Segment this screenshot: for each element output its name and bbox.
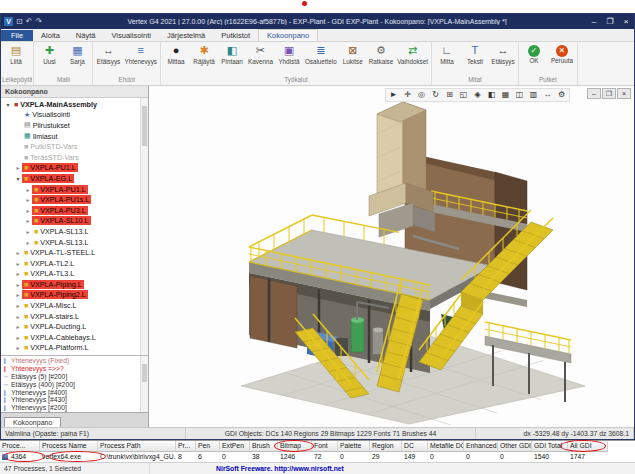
expand-arrow-icon[interactable]: ▸ [14, 302, 22, 309]
ribbon-button[interactable]: ↔Etäisyys [94, 43, 122, 76]
shade-icon[interactable]: ◧ [485, 89, 498, 101]
ribbon-button[interactable]: ⇄Vaihdokset [395, 43, 430, 76]
tree-item[interactable]: ▾ ■VXPLA-MainAssembly [1, 99, 139, 110]
constraint-item[interactable]: ∥ Yhtenevyys [#200] [3, 404, 139, 412]
expand-arrow-icon[interactable]: ▸ [24, 228, 32, 235]
expand-arrow-icon[interactable]: ▾ [14, 175, 22, 182]
tree-item[interactable]: ▸ ■VXPLA-stairs.L [1, 311, 139, 322]
tree-item[interactable]: ▸ ■VXPLA-Ducting.L [1, 321, 139, 332]
tree-item[interactable]: ▸ ■VXPLA-Platform.L [1, 343, 139, 354]
undo-icon[interactable]: ↶ [26, 15, 33, 28]
front-view-icon[interactable]: ◱ [457, 89, 470, 101]
expand-arrow-icon[interactable]: ▸ [14, 344, 22, 351]
column-header[interactable]: All GDI [568, 441, 608, 452]
constraint-item[interactable]: ∥ Yhtenevyys [#430] [3, 396, 139, 404]
column-header[interactable]: Metafile DC [428, 441, 464, 452]
fit-icon[interactable]: ⊞ [443, 89, 456, 101]
ribbon-button[interactable]: ✱Räjäytä [190, 43, 218, 76]
tree-item[interactable]: ▸ ■VXPLA-Piping2.L [1, 290, 139, 301]
tree-item[interactable]: ▸ ■VXPLA-SL13.L [1, 226, 139, 237]
column-header[interactable]: Brush [250, 441, 278, 452]
ribbon-tab[interactable]: Kokoonpano [258, 29, 318, 41]
panel-tab-kokoonpano[interactable]: Kokoonpano [4, 417, 61, 427]
rotate-icon[interactable]: ↻ [429, 89, 442, 101]
redo-icon[interactable]: ↷ [35, 15, 42, 28]
ribbon-tab[interactable]: Näytä [68, 30, 104, 41]
ribbon-button[interactable]: TTeksti [461, 43, 489, 76]
ribbon-tab[interactable]: Järjestelmä [159, 30, 213, 41]
tree-item[interactable]: ▸ ■VXPLA-TL2.L [1, 258, 139, 269]
column-header[interactable]: Pen [196, 441, 220, 452]
ribbon-button[interactable]: ⚙Ratkaise [367, 43, 396, 76]
ribbon-button[interactable]: ∟Mitta [433, 43, 461, 76]
tree-item[interactable]: ▸ ■VXPLA-SL13.L [1, 237, 139, 248]
iso-view-icon[interactable]: ◈ [471, 89, 484, 101]
expand-arrow-icon[interactable]: ▸ [14, 270, 22, 277]
tree-item[interactable]: ▸ ■VXPLA-TL3.L [1, 269, 139, 280]
close-icon[interactable]: × [617, 88, 631, 99]
expand-arrow-icon[interactable]: ▸ [14, 313, 22, 320]
ribbon-button[interactable]: ⊠Lukitse [339, 43, 367, 76]
nirsoft-link[interactable]: NirSoft Freeware. http://www.nirsoft.net [150, 463, 410, 474]
column-header[interactable]: Bitmap [278, 441, 312, 452]
constraint-item[interactable]: ↔ Etäisyys (5) [#200] [3, 373, 139, 381]
column-header[interactable]: Process Path [98, 441, 176, 452]
tree-item[interactable]: ■TeräsSTD-Vars [1, 152, 139, 163]
ribbon-tab[interactable]: Aloita [33, 30, 68, 41]
viewport[interactable]: ►✛◎↻⊞◱◈◧▦◫▥↔⚙ –❐× [149, 86, 634, 427]
section-icon[interactable]: ◫ [513, 89, 526, 101]
ribbon-button[interactable]: ↔Etäisyys [489, 43, 517, 76]
constraint-item[interactable]: ↔ Etäisyys (400) [#200] [3, 380, 139, 388]
column-header[interactable]: Process Name [40, 441, 98, 452]
tree-item[interactable]: ▸ ■VXPLA-PU1s.L [1, 194, 139, 205]
expand-arrow-icon[interactable]: ▸ [14, 249, 22, 256]
restore-icon[interactable]: ❐ [602, 15, 618, 29]
expand-arrow-icon[interactable]: ▸ [14, 291, 22, 298]
ribbon-tab[interactable]: Putkistot [213, 30, 258, 41]
ribbon-button[interactable]: ▣Yhdistä [275, 43, 303, 76]
column-header[interactable]: Enhanced ... [464, 441, 498, 452]
ribbon-button[interactable]: ✕Peruuta [548, 43, 576, 76]
save-icon[interactable]: ⊡ [16, 15, 23, 28]
ribbon-button[interactable]: ≣Osaluettelo [303, 43, 339, 76]
tree-item[interactable]: ★Visualisointi [1, 110, 139, 121]
viewport-canvas[interactable] [149, 86, 634, 427]
ribbon-button[interactable]: ▦Sarja [63, 43, 91, 76]
tree-item[interactable]: ▸ ■VXPLA-Cablebays.L [1, 332, 139, 343]
constraint-scrollbar[interactable] [140, 356, 148, 412]
gdiview-process-row[interactable]: 4364vertex64.exeC:\trunk\vx\bin\vxg4_GU.… [0, 452, 635, 462]
expand-arrow-icon[interactable]: ▸ [24, 217, 32, 224]
column-header[interactable]: GDI Total [532, 441, 568, 452]
column-header[interactable]: Other GDI [498, 441, 532, 452]
ribbon-button[interactable]: ✓OK [520, 43, 548, 76]
expand-arrow-icon[interactable]: ▸ [24, 239, 32, 246]
tree-item[interactable]: ▸ ■VXPLA-TL-STEEL.L [1, 247, 139, 258]
tree-item[interactable]: ▾ ■VXPLA-EG.L [1, 173, 139, 184]
ribbon-tab[interactable]: Visualisointi [103, 30, 158, 41]
settings-icon[interactable]: ⚙ [555, 89, 568, 101]
expand-arrow-icon[interactable]: ▸ [14, 281, 22, 288]
expand-arrow-icon[interactable]: ▸ [14, 323, 22, 330]
tree-item[interactable]: ▸ ■VXPLA-PU3.L [1, 205, 139, 216]
tree-item[interactable]: ▸ ■VXPLA-SL10.L [1, 216, 139, 227]
zoom-icon[interactable]: ◎ [415, 89, 428, 101]
column-header[interactable]: Region [370, 441, 402, 452]
expand-arrow-icon[interactable]: ▸ [24, 186, 32, 193]
column-header[interactable]: Proce... [0, 441, 40, 452]
ribbon-button[interactable]: ✂Kavenna [246, 43, 275, 76]
column-header[interactable]: DC [402, 441, 428, 452]
column-header[interactable]: ExtPen [220, 441, 250, 452]
tree-item[interactable]: ▸ ■VXPLA-PU1.L [1, 184, 139, 195]
expand-arrow-icon[interactable]: ▾ [4, 101, 12, 108]
minimize-icon[interactable]: – [586, 15, 602, 29]
ribbon-button[interactable]: ✚Uusi [35, 43, 63, 76]
restore-icon[interactable]: ❐ [602, 88, 616, 99]
select-arrow-icon[interactable]: ► [387, 89, 400, 101]
tree-item[interactable]: ▸ ■VXPLA-Misc.L [1, 300, 139, 311]
tree-item[interactable]: ▸ ■VXPLA-PU1.L [1, 163, 139, 174]
column-header[interactable]: Palette [338, 441, 370, 452]
tree-item[interactable]: ■PutkiSTD-Vars [1, 141, 139, 152]
measure-tool-icon[interactable]: ↔ [541, 89, 554, 101]
constraint-item[interactable]: ∥ Yhtenevyys [#400] [3, 388, 139, 396]
constraint-item[interactable]: ∥ Yhtenevyys =>>? [3, 365, 139, 373]
